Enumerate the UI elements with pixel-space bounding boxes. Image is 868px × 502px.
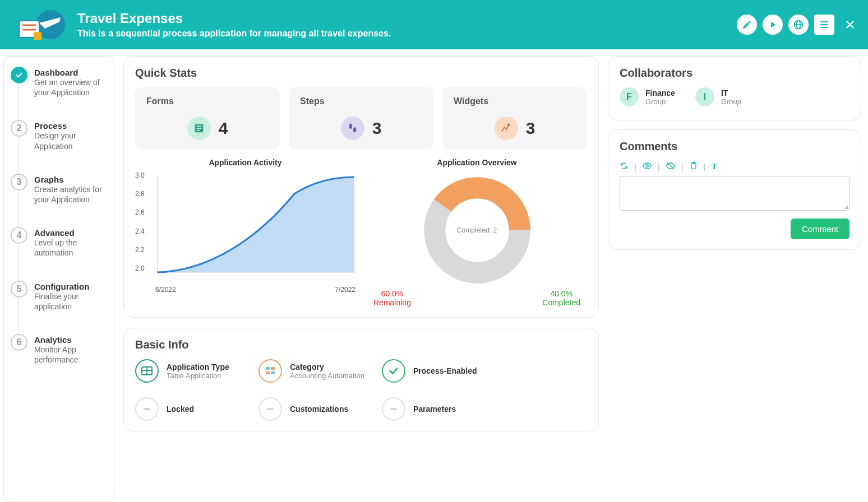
svg-rect-22 [271,367,275,370]
dash-icon [258,397,282,421]
activity-chart: Application Activity 3.0 2.8 2.6 2.4 2.2… [135,158,355,307]
play-icon [768,20,778,30]
collaborator-finance[interactable]: F Finance Group [620,87,675,106]
form-icon [187,117,211,140]
quick-stats-title: Quick Stats [135,67,587,80]
header-actions [737,15,857,35]
sidebar-item-configuration[interactable]: 5 Configuration Finalise your applicatio… [11,281,107,334]
page-subtitle: This is a sequential process application… [77,29,737,39]
info-locked: Locked [135,397,242,421]
collaborators-card: Collaborators F Finance Group I IT Group [608,56,861,120]
svg-point-12 [349,124,352,129]
category-icon [258,359,282,383]
sidebar-item-advanced[interactable]: 4 Advanced Level up the automation [11,227,107,280]
clipboard-icon[interactable] [689,161,698,172]
close-icon [844,19,856,30]
sidebar-item-label: Dashboard [34,68,107,77]
svg-rect-11 [196,130,200,131]
eye-off-icon[interactable] [666,161,676,173]
avatar: F [620,87,639,106]
collaborator-it[interactable]: I IT Group [695,87,741,106]
refresh-icon[interactable] [620,161,629,172]
app-logo-icon [11,5,67,44]
comment-input[interactable] [620,176,849,211]
eye-icon[interactable] [642,161,652,173]
dash-icon [135,397,159,421]
comment-toolbar: | | | | T [620,161,849,173]
svg-rect-9 [196,125,201,127]
comments-card: Comments | | | | T Comment [608,129,861,250]
edit-button[interactable] [737,15,757,35]
info-customizations: Customizations [258,397,365,421]
menu-button[interactable] [814,15,834,35]
info-application-type: Application Type Table Application [135,359,242,383]
info-parameters: Parameters [382,397,488,421]
quick-stats-card: Quick Stats Forms 4 Steps [123,56,599,318]
overview-chart: Application Overview Completed: 2 60.0% … [367,158,587,307]
svg-point-28 [646,165,649,168]
stat-steps: Steps 3 [289,87,433,149]
comment-button[interactable]: Comment [791,219,849,239]
donut-center-label: Completed: 2 [457,226,497,234]
text-icon[interactable]: T [712,162,717,171]
svg-rect-21 [266,367,270,370]
legend-completed: 40.0% Completed [542,289,580,307]
app-header: Travel Expenses This is a sequential pro… [0,0,868,49]
sidebar-item-process[interactable]: 2 Process Design your Application [11,120,107,173]
sidebar-item-graphs[interactable]: 3 Graphs Create analytics for your Appli… [11,174,107,227]
table-icon [135,359,159,383]
svg-rect-10 [196,128,201,129]
info-category: Category Accounting Automation [258,359,365,383]
globe-button[interactable] [788,15,809,35]
info-process-enabled: Process-Enabled [382,359,488,383]
sidebar-steps: Dashboard Get an overview of your Applic… [3,56,114,502]
dash-icon [382,397,405,421]
check-circle-icon [382,359,405,383]
svg-point-13 [353,127,357,132]
legend-remaining: 60.0% Remaining [373,289,411,307]
sidebar-item-dashboard[interactable]: Dashboard Get an overview of your Applic… [11,67,107,120]
stat-forms: Forms 4 [135,87,280,149]
page-title: Travel Expenses [77,11,737,26]
stat-widgets: Widgets 3 [442,87,587,149]
svg-rect-4 [34,32,41,40]
sidebar-item-analytics[interactable]: 6 Analytics Monitor App performance [11,334,107,365]
close-button[interactable] [843,18,857,31]
steps-icon [341,117,364,140]
avatar: I [695,87,714,106]
check-icon [11,67,27,83]
menu-icon [819,19,830,30]
svg-rect-23 [266,371,270,374]
widgets-icon [495,117,518,140]
play-button[interactable] [763,15,783,35]
globe-icon [793,19,804,30]
pencil-icon [742,20,752,30]
basic-info-card: Basic Info Application Type Table Applic… [123,328,599,431]
svg-rect-24 [271,371,275,374]
